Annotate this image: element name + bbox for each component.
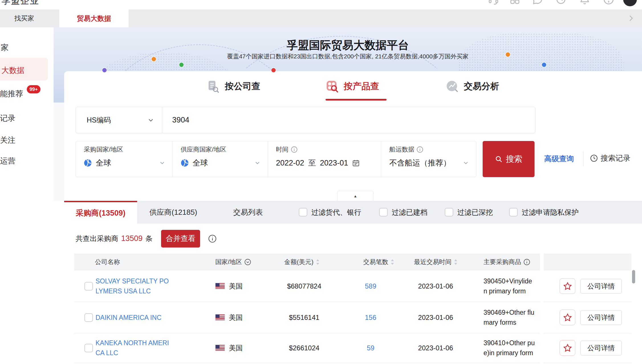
summary-unit: 条 <box>145 234 153 243</box>
sidebar-item-operation[interactable]: 运营 <box>0 156 15 166</box>
col-deal-count[interactable]: 交易笔数 <box>363 253 394 271</box>
favorite-button[interactable] <box>560 340 575 356</box>
advanced-query-link[interactable]: 高级查询 <box>544 154 574 164</box>
supplier-country-select[interactable]: 供应商国家/地区 全球 <box>172 141 268 177</box>
nav-tab-find-buyers[interactable]: 找买家 <box>0 9 48 27</box>
deal-count-link[interactable]: 589 <box>342 282 399 290</box>
star-icon <box>563 313 572 322</box>
col-amount[interactable]: 金额(美元) <box>284 253 320 271</box>
col-country[interactable]: 国家/地区 <box>215 253 251 271</box>
sidebar-item-recommend[interactable]: 能推荐 <box>0 89 23 99</box>
filter-row: 采购国家/地区 全球 供应商国家/地区 全球 时间 <box>76 141 476 177</box>
tab-buyers[interactable]: 采购商(13509) <box>64 201 137 224</box>
chevron-right-icon[interactable] <box>627 14 635 23</box>
row-checkbox[interactable] <box>84 313 93 322</box>
map-dot-orange <box>152 57 156 61</box>
search-query-input[interactable]: 3904 <box>162 107 535 133</box>
row-actions: 公司详情 <box>544 302 631 333</box>
checkbox[interactable] <box>509 208 518 216</box>
amount-cell: $5516141 <box>266 314 343 322</box>
us-flag-icon <box>215 283 225 289</box>
info-icon <box>417 146 423 153</box>
field-type-select[interactable]: HS编码 <box>76 107 162 133</box>
clock-icon <box>590 154 598 162</box>
col-last-trade-date[interactable]: 最近交易时间 <box>414 253 458 271</box>
sidebar-item-bigdata[interactable]: 大数据 <box>1 65 25 75</box>
collapse-arrow-icon: ▲ <box>353 194 357 198</box>
chevron-down-icon <box>159 159 166 166</box>
company-link[interactable]: KANEKA NORTH AMERI CA LLC <box>96 338 175 358</box>
last-trade-date-cell: 2023-01-06 <box>399 282 473 290</box>
table-header: 公司名称 国家/地区 金额(美元) 交易笔数 最近交易时间 主要采购商品 <box>74 253 631 271</box>
search-button[interactable]: 搜索 <box>483 141 535 177</box>
user-avatar[interactable] <box>623 0 637 6</box>
time-to: 2023-01 <box>320 159 348 167</box>
info-icon[interactable] <box>208 234 217 243</box>
company-detail-button[interactable]: 公司详情 <box>580 341 622 355</box>
sort-icon[interactable] <box>454 259 458 265</box>
favorite-button[interactable] <box>560 310 575 325</box>
shipping-data-select[interactable]: 船运数据 不含船运（推荐） <box>381 141 476 177</box>
filter-deep-mined[interactable]: 过滤已深挖 <box>445 201 493 224</box>
nav-tab-trade-bigdata[interactable]: 贸易大数据 <box>59 9 129 27</box>
app-logo: 孚盟企业 <box>2 0 39 7</box>
filter-forwarders-banks[interactable]: 过滤货代、银行 <box>299 201 361 224</box>
sidebar-item-follows[interactable]: 关注 <box>0 135 15 145</box>
col-main-products: 主要采购商品 <box>483 253 530 271</box>
product-search-icon <box>326 80 339 93</box>
row-checkbox[interactable] <box>84 282 93 291</box>
bell-icon[interactable] <box>579 0 590 5</box>
row-checkbox[interactable] <box>84 344 93 352</box>
vertical-scrollbar[interactable] <box>632 270 635 283</box>
checkbox[interactable] <box>299 208 307 216</box>
favorite-button[interactable] <box>560 278 575 294</box>
table-row: SOLVAY SPECIALTY PO LYMERS USA LLC 美国 $6… <box>74 271 631 302</box>
headset-icon[interactable] <box>488 0 499 5</box>
amount-cell: $68077824 <box>266 282 343 290</box>
company-detail-button[interactable]: 公司详情 <box>580 310 622 325</box>
checkbox[interactable] <box>445 208 453 216</box>
tab-trade-analysis[interactable]: 交易分析 <box>446 80 499 93</box>
tab-search-by-company[interactable]: 按公司查 <box>207 80 260 93</box>
search-history-link[interactable]: 搜索记录 <box>590 153 630 163</box>
time-range-picker[interactable]: 时间 2022-02 至 2023-01 <box>268 141 381 177</box>
table-row: DAIKIN AMERICA INC 美国 $5516141 156 2023-… <box>74 302 631 333</box>
time-from: 2022-02 <box>276 159 304 167</box>
summary-prefix: 共查出采购商 <box>76 234 118 243</box>
tab-search-by-product[interactable]: 按产品查 <box>326 80 379 93</box>
chevron-down-icon <box>462 159 469 166</box>
last-trade-date-cell: 2023-01-06 <box>399 314 473 322</box>
calendar-icon <box>352 159 360 167</box>
sort-icon[interactable] <box>316 259 320 265</box>
tab-suppliers[interactable]: 供应商(12185) <box>149 201 197 224</box>
filter-archived[interactable]: 过滤已建档 <box>379 201 427 224</box>
table-body: SOLVAY SPECIALTY PO LYMERS USA LLC 美国 $6… <box>74 271 631 364</box>
sidebar-item-records[interactable]: 记录 <box>0 113 15 123</box>
merge-view-button[interactable]: 合并查看 <box>161 230 200 248</box>
topbar: 孚盟企业 <box>0 0 642 9</box>
info-icon[interactable] <box>523 259 530 265</box>
buyer-country-select[interactable]: 采购国家/地区 全球 <box>76 141 172 177</box>
company-link[interactable]: DAIKIN AMERICA INC <box>96 312 175 322</box>
map-dot-blue <box>542 63 546 67</box>
col-company-name: 公司名称 <box>95 253 120 271</box>
collapse-panel-button[interactable]: ▲ <box>337 191 373 201</box>
sidebar-item-find-buyers[interactable]: 家 <box>1 42 9 53</box>
deal-count-link[interactable]: 59 <box>342 344 399 352</box>
notification-badge: 99+ <box>26 85 41 94</box>
map-dot-orange-2 <box>506 52 510 57</box>
deal-count-link[interactable]: 156 <box>342 314 399 322</box>
result-count: 13509 <box>121 234 143 243</box>
help-icon[interactable] <box>603 0 614 5</box>
active-tab-underline <box>326 99 387 101</box>
sort-icon[interactable] <box>391 259 394 265</box>
apps-grid-icon[interactable] <box>509 0 521 5</box>
checkbox[interactable] <box>379 208 388 216</box>
history-clock-icon[interactable] <box>555 0 566 5</box>
tab-transactions[interactable]: 交易列表 <box>233 201 263 224</box>
company-detail-button[interactable]: 公司详情 <box>580 279 622 294</box>
company-link[interactable]: SOLVAY SPECIALTY PO LYMERS USA LLC <box>96 276 175 296</box>
filter-privacy-protection[interactable]: 过滤申请隐私保护 <box>509 201 579 224</box>
time-separator: 至 <box>308 158 316 168</box>
chat-icon[interactable] <box>532 0 543 5</box>
